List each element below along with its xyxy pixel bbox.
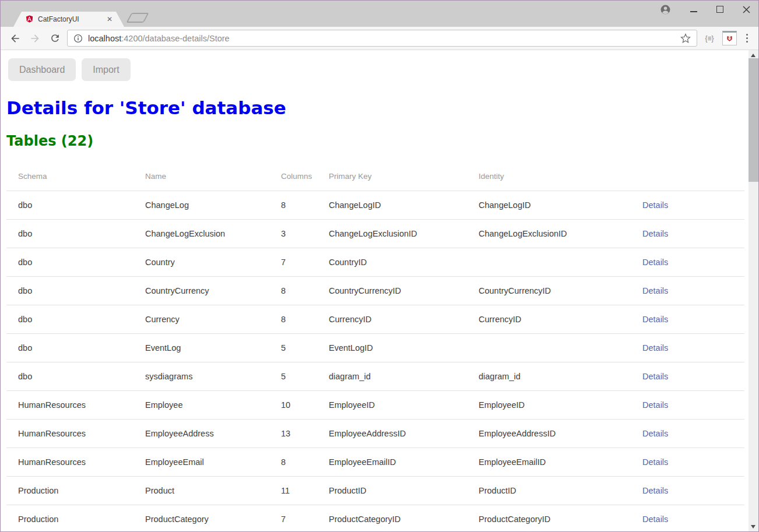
name-cell: EventLog: [133, 334, 269, 362]
scrollbar-thumb[interactable]: [749, 58, 758, 182]
maximize-button[interactable]: [716, 6, 723, 13]
import-button[interactable]: Import: [82, 58, 130, 81]
action-cell: Details: [631, 305, 744, 334]
schema-cell: dbo: [6, 220, 133, 248]
schema-cell: Production: [6, 477, 133, 505]
browser-window: CatFactoryUI ✕ localhost:4200/database-d…: [0, 0, 759, 532]
table-row: HumanResourcesEmployeeAddress13EmployeeA…: [6, 420, 744, 448]
scrollbar[interactable]: [749, 50, 758, 531]
red-shield-extension-icon[interactable]: [722, 31, 737, 45]
details-link[interactable]: Details: [642, 229, 668, 238]
nav-button-row: Dashboard Import: [8, 58, 744, 81]
action-cell: Details: [631, 334, 744, 362]
schema-cell: dbo: [6, 277, 133, 305]
action-cell: Details: [631, 391, 744, 420]
json-extension-icon[interactable]: {≡}: [702, 34, 718, 43]
refresh-icon[interactable]: [47, 31, 62, 46]
columns-cell: 3: [269, 220, 317, 248]
page-info-icon[interactable]: [73, 34, 83, 43]
details-link[interactable]: Details: [642, 400, 668, 410]
name-cell: ChangeLogExclusion: [133, 220, 269, 248]
identity-cell: ChangeLogID: [467, 191, 631, 220]
header-name: Name: [133, 162, 269, 191]
action-cell: Details: [631, 420, 744, 448]
url-host: localhost: [88, 34, 121, 43]
table-row: dboChangeLog8ChangeLogIDChangeLogIDDetai…: [6, 191, 744, 220]
table-row: dboEventLog5EventLogIDDetails: [6, 334, 744, 362]
columns-cell: 8: [269, 277, 317, 305]
scrollbar-up-icon[interactable]: [751, 54, 756, 57]
identity-cell: [467, 248, 631, 277]
table-header-row: Schema Name Columns Primary Key Identity: [6, 162, 744, 191]
url-text: localhost:4200/database-details/Store: [88, 34, 675, 43]
tab-close-icon[interactable]: ✕: [107, 16, 113, 23]
identity-cell: ChangeLogExclusionID: [467, 220, 631, 248]
action-cell: Details: [631, 277, 744, 305]
identity-cell: ProductCategoryID: [467, 505, 631, 532]
action-cell: Details: [631, 220, 744, 248]
identity-cell: CountryCurrencyID: [467, 277, 631, 305]
primary-key-cell: ChangeLogID: [317, 191, 467, 220]
name-cell: sysdiagrams: [133, 362, 269, 391]
columns-cell: 7: [269, 248, 317, 277]
back-icon[interactable]: [8, 31, 23, 46]
primary-key-cell: EmployeeID: [317, 391, 467, 420]
identity-cell: ProductID: [467, 477, 631, 505]
details-link[interactable]: Details: [642, 200, 668, 210]
browser-menu-icon[interactable]: [742, 34, 753, 43]
schema-cell: Production: [6, 505, 133, 532]
address-bar[interactable]: localhost:4200/database-details/Store: [67, 30, 697, 47]
action-cell: Details: [631, 448, 744, 477]
columns-cell: 10: [269, 391, 317, 420]
identity-cell: [467, 334, 631, 362]
identity-cell: EmployeeID: [467, 391, 631, 420]
table-row: ProductionProductCategory7ProductCategor…: [6, 505, 744, 532]
browser-tab[interactable]: CatFactoryUI ✕: [13, 12, 124, 27]
name-cell: ProductCategory: [133, 505, 269, 532]
profile-icon[interactable]: [660, 4, 671, 15]
page-title: Details for 'Store' database: [6, 97, 744, 118]
forward-icon[interactable]: [27, 31, 43, 46]
details-link[interactable]: Details: [642, 429, 668, 438]
details-link[interactable]: Details: [642, 286, 668, 295]
angular-favicon-icon: [25, 15, 34, 24]
name-cell: CountryCurrency: [133, 277, 269, 305]
scrollbar-down-icon[interactable]: [751, 525, 756, 529]
header-action: [631, 162, 744, 191]
name-cell: EmployeeEmail: [133, 448, 269, 477]
name-cell: Currency: [133, 305, 269, 334]
dashboard-button[interactable]: Dashboard: [8, 58, 76, 81]
action-cell: Details: [631, 248, 744, 277]
primary-key-cell: CountryCurrencyID: [317, 277, 467, 305]
primary-key-cell: diagram_id: [317, 362, 467, 391]
table-row: dboCountryCurrency8CountryCurrencyIDCoun…: [6, 277, 744, 305]
header-identity: Identity: [467, 162, 631, 191]
schema-cell: dbo: [6, 305, 133, 334]
close-button[interactable]: [743, 6, 750, 13]
new-tab-button[interactable]: [126, 13, 149, 23]
app-page: Dashboard Import Details for 'Store' dat…: [1, 50, 749, 531]
minimize-button[interactable]: [690, 6, 697, 12]
details-link[interactable]: Details: [642, 486, 668, 495]
details-link[interactable]: Details: [642, 457, 668, 467]
browser-toolbar: localhost:4200/database-details/Store {≡…: [1, 27, 758, 50]
name-cell: ChangeLog: [133, 191, 269, 220]
schema-cell: dbo: [6, 334, 133, 362]
details-link[interactable]: Details: [642, 258, 668, 267]
primary-key-cell: ChangeLogExclusionID: [317, 220, 467, 248]
schema-cell: dbo: [6, 362, 133, 391]
details-link[interactable]: Details: [642, 372, 668, 381]
details-link[interactable]: Details: [642, 315, 668, 324]
schema-cell: HumanResources: [6, 420, 133, 448]
action-cell: Details: [631, 477, 744, 505]
table-row: dbosysdiagrams5diagram_iddiagram_idDetai…: [6, 362, 744, 391]
columns-cell: 11: [269, 477, 317, 505]
primary-key-cell: EventLogID: [317, 334, 467, 362]
primary-key-cell: CountryID: [317, 248, 467, 277]
schema-cell: HumanResources: [6, 391, 133, 420]
details-link[interactable]: Details: [642, 343, 668, 353]
details-link[interactable]: Details: [642, 515, 668, 524]
bookmark-star-icon[interactable]: [680, 33, 691, 44]
header-schema: Schema: [6, 162, 133, 191]
identity-cell: EmployeeEmailID: [467, 448, 631, 477]
